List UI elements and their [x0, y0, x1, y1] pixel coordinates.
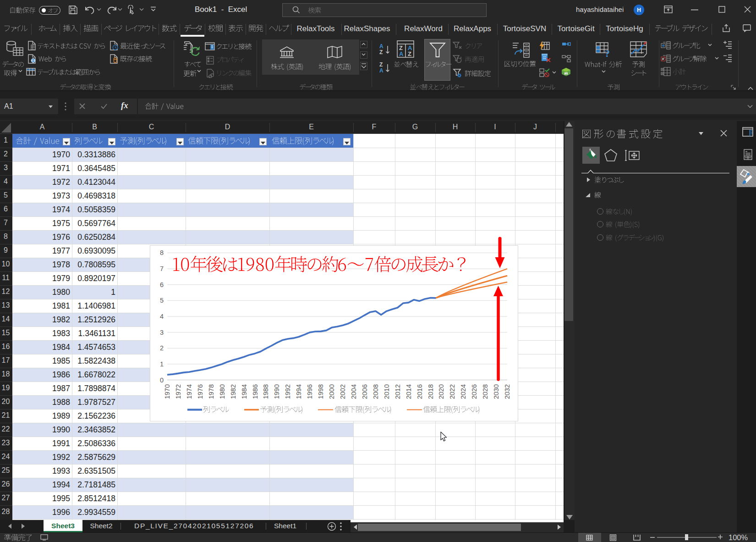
svg-text:6: 6: [160, 281, 164, 288]
svg-text:1986: 1986: [252, 384, 259, 399]
svg-text:2006: 2006: [361, 384, 368, 399]
svg-text:4: 4: [160, 313, 164, 320]
svg-text:Z: Z: [408, 50, 411, 57]
svg-text:A: A: [399, 50, 404, 57]
svg-text:2020: 2020: [438, 384, 445, 399]
svg-text:Z: Z: [379, 49, 383, 55]
svg-text:2022: 2022: [449, 384, 456, 399]
svg-text:2026: 2026: [471, 384, 478, 399]
svg-text:1974: 1974: [186, 384, 193, 399]
svg-text:2004: 2004: [350, 384, 357, 399]
svg-text:A: A: [379, 67, 383, 74]
svg-text:1: 1: [160, 360, 164, 368]
svg-text:2010: 2010: [383, 384, 390, 399]
svg-text:1984: 1984: [241, 384, 248, 399]
svg-text:1996: 1996: [306, 384, 313, 399]
svg-text:A: A: [379, 43, 383, 50]
svg-text:Js: Js: [565, 72, 568, 75]
svg-text:2014: 2014: [405, 384, 412, 399]
svg-text:Z: Z: [379, 61, 383, 68]
svg-text:2032: 2032: [504, 384, 511, 399]
svg-text:2000: 2000: [328, 384, 335, 399]
svg-text:7: 7: [160, 265, 164, 272]
svg-text:2016: 2016: [416, 384, 423, 399]
svg-text:1990: 1990: [273, 384, 280, 399]
svg-text:1982: 1982: [230, 384, 237, 399]
svg-text:1998: 1998: [317, 384, 324, 399]
svg-text:8: 8: [160, 249, 164, 256]
svg-text:1978: 1978: [208, 384, 215, 399]
svg-text:1994: 1994: [295, 384, 302, 399]
svg-text:1976: 1976: [197, 384, 204, 399]
svg-text:?: ?: [605, 48, 610, 58]
svg-text:1988: 1988: [262, 384, 269, 399]
svg-text:2008: 2008: [372, 384, 379, 399]
svg-text:2012: 2012: [394, 384, 401, 399]
svg-text:5: 5: [160, 297, 164, 304]
svg-text:2028: 2028: [482, 384, 489, 399]
svg-text:1992: 1992: [284, 384, 291, 399]
svg-text:2018: 2018: [427, 384, 434, 399]
svg-text:2024: 2024: [460, 384, 467, 399]
svg-text:2002: 2002: [339, 384, 346, 399]
svg-text:1972: 1972: [175, 384, 182, 399]
svg-text:1980: 1980: [219, 384, 226, 399]
svg-text:0: 0: [160, 376, 164, 384]
svg-text:2: 2: [160, 344, 164, 352]
svg-text:3: 3: [160, 329, 164, 336]
svg-text:2030: 2030: [493, 384, 500, 399]
svg-text:1970: 1970: [164, 384, 171, 399]
